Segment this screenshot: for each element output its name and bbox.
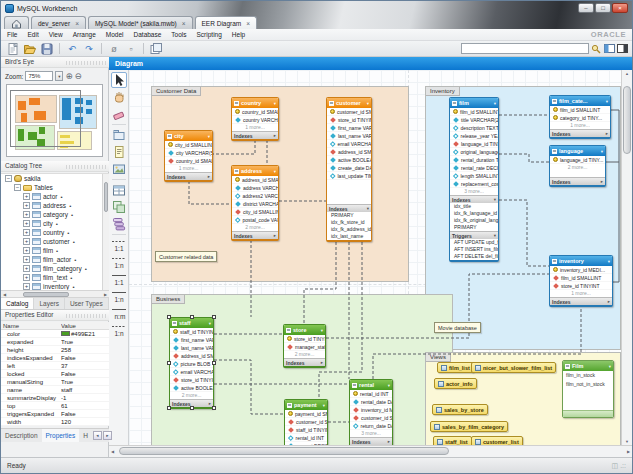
- column-row[interactable]: language_id TINYINT: [450, 140, 498, 148]
- view-customer_list[interactable]: customer_list: [471, 436, 523, 445]
- more-columns-label[interactable]: 2 more...: [170, 392, 213, 399]
- view-sales_by_film_category[interactable]: sales_by_film_category: [430, 421, 508, 432]
- section-arrow-icon[interactable]: ▸: [388, 439, 390, 444]
- vertical-scroll-thumb[interactable]: [623, 86, 631, 154]
- property-row[interactable]: expandedTrue: [1, 338, 109, 346]
- column-row[interactable]: district VARCHAR(20): [232, 200, 278, 208]
- collapse-arrow-icon[interactable]: ▾: [274, 101, 276, 106]
- property-row[interactable]: lockedFalse: [1, 370, 109, 378]
- column-row[interactable]: customer_id SMALL...: [327, 108, 371, 116]
- section-arrow-icon[interactable]: ▸: [274, 133, 276, 138]
- tree-item-actor[interactable]: +actor•: [1, 192, 109, 201]
- menu-view[interactable]: View: [49, 31, 63, 38]
- collapse-arrow-icon[interactable]: ▾: [209, 321, 211, 326]
- collapse-expander-icon[interactable]: −: [14, 184, 21, 191]
- panel-tab-catalog[interactable]: Catalog: [1, 298, 34, 309]
- property-row[interactable]: left37: [1, 362, 109, 370]
- section-arrow-icon[interactable]: ▾: [367, 206, 369, 211]
- expand-icon[interactable]: +: [23, 274, 30, 281]
- property-row[interactable]: color#499E21: [1, 330, 109, 338]
- table-header[interactable]: language▾: [550, 146, 605, 156]
- column-row[interactable]: language_id TINY...: [550, 156, 605, 164]
- tab-close-icon[interactable]: ×: [180, 20, 186, 27]
- toggle-output-icon[interactable]: [616, 43, 628, 54]
- column-row[interactable]: last_name VARCHA...: [327, 132, 371, 140]
- table-rental[interactable]: rental▾rental_id INTrental_date DATE...i…: [349, 379, 393, 445]
- menu-model[interactable]: Model: [106, 31, 124, 38]
- table-header[interactable]: staff▾: [170, 318, 213, 328]
- table-customer[interactable]: customer▾customer_id SMALL...store_id TI…: [326, 97, 372, 242]
- table-header[interactable]: payment▾: [285, 400, 327, 410]
- column-row[interactable]: length SMALLINT: [450, 172, 498, 180]
- column-row[interactable]: category_id TINY...: [550, 114, 610, 122]
- tab-MySQL Model* (sakila.mwb)[interactable]: MySQL Model* (sakila.mwb)×: [88, 16, 193, 29]
- section-bar-indexes[interactable]: Indexes▾: [450, 195, 498, 203]
- column-row[interactable]: last_update TIMEST...: [327, 172, 371, 180]
- menu-database[interactable]: Database: [134, 31, 162, 38]
- table-header[interactable]: inventory▾: [550, 256, 612, 266]
- table-city[interactable]: city▾city_id SMALLINTcity VARCHAR(50)cou…: [164, 130, 213, 182]
- column-row[interactable]: city_id SMALLINT: [165, 141, 212, 149]
- property-row[interactable]: height258: [1, 346, 109, 354]
- tree-item-film_category[interactable]: +film_category•: [1, 264, 109, 273]
- column-row[interactable]: last_name VARCH...: [170, 344, 213, 352]
- image-tool[interactable]: [111, 161, 127, 177]
- new-diagram-button[interactable]: [148, 42, 164, 56]
- section-row[interactable]: AFT UPDATE upd_film: [450, 239, 498, 246]
- expand-icon[interactable]: +: [23, 256, 30, 263]
- tab-scroll-left-icon[interactable]: ◂: [93, 431, 102, 440]
- table-film[interactable]: film▾film_id SMALLINTtitle VARCHAR(255)d…: [449, 97, 499, 262]
- property-row[interactable]: summarizeDisplay-1: [1, 394, 109, 402]
- collapse-arrow-icon[interactable]: ▾: [274, 169, 276, 174]
- tree-item-schema[interactable]: −sakila: [1, 174, 109, 183]
- table-payment[interactable]: payment▾payment_id SMAL...customer_id SM…: [284, 399, 328, 445]
- section-arrow-icon[interactable]: ▸: [601, 179, 603, 184]
- table-header[interactable]: country▾: [232, 98, 278, 108]
- panel-tab-layers[interactable]: Layers: [34, 298, 65, 309]
- menu-scripting[interactable]: Scripting: [197, 31, 222, 38]
- zoom-in-icon[interactable]: ⊕: [65, 72, 72, 80]
- relationship-tool-1n-1[interactable]: 1:n: [111, 254, 127, 270]
- table-store[interactable]: store▾store_id TINYINTmanager_staff_id..…: [283, 324, 326, 368]
- column-row[interactable]: payment_id SMAL...: [285, 410, 327, 418]
- collapse-arrow-icon[interactable]: ▾: [609, 364, 611, 369]
- view-nicer_but_slower_film_list[interactable]: nicer_but_slower_film_list: [471, 362, 556, 373]
- property-row[interactable]: namestaff: [1, 386, 109, 394]
- menu-arrange[interactable]: Arrange: [73, 31, 96, 38]
- table-header[interactable]: film▾: [450, 98, 498, 108]
- relationship-tool-11-2[interactable]: 1:1: [111, 271, 127, 287]
- column-row[interactable]: rental_date DATE...: [350, 398, 392, 406]
- clear-selection-button[interactable]: ø: [106, 42, 122, 56]
- layer-tool[interactable]: [111, 127, 127, 143]
- property-row[interactable]: manualSizingTrue: [1, 378, 109, 386]
- minimap-viewport[interactable]: [10, 90, 81, 147]
- toggle-grid-button[interactable]: ▫: [123, 42, 139, 56]
- section-row[interactable]: idx_fk_language_id: [450, 210, 498, 217]
- relationship-tool-1n-5[interactable]: 1:n: [111, 322, 127, 338]
- selection-handle[interactable]: [212, 315, 216, 319]
- section-row[interactable]: PRIMARY: [450, 224, 498, 231]
- tab-close-icon[interactable]: ×: [73, 20, 79, 27]
- tree-item-customer[interactable]: +customer•: [1, 237, 109, 246]
- tree-vertical-scrollbar[interactable]: [102, 174, 109, 290]
- tab-scroll-right-icon[interactable]: ▸: [103, 431, 112, 440]
- section-arrow-icon[interactable]: ▾: [494, 197, 496, 202]
- section-row[interactable]: AFT DELETE del_film: [450, 253, 498, 260]
- column-row[interactable]: address2 VARCHAR...: [232, 192, 278, 200]
- routine-row[interactable]: film_in_stock: [563, 371, 613, 380]
- collapse-arrow-icon[interactable]: ▾: [388, 383, 390, 388]
- tree-item-tables-folder[interactable]: −Tables: [1, 183, 109, 192]
- relationship-tool-1n-3[interactable]: 1:n: [111, 288, 127, 304]
- tree-item-address[interactable]: +address•: [1, 201, 109, 210]
- indexes-bar[interactable]: Indexes▸: [284, 358, 325, 366]
- horizontal-scrollbar[interactable]: ◀ ▶: [109, 445, 632, 457]
- tab-close-icon[interactable]: ×: [244, 20, 250, 27]
- table-header[interactable]: store▾: [284, 325, 325, 335]
- expand-icon[interactable]: +: [23, 238, 30, 245]
- column-row[interactable]: first_name VARCHA...: [327, 124, 371, 132]
- panel-tab-user-types[interactable]: User Types: [65, 298, 109, 309]
- note-movie-database[interactable]: Movie database: [434, 322, 481, 333]
- scroll-right-icon[interactable]: ▶: [104, 292, 107, 297]
- resize-grip-icon[interactable]: ◫ .::: [612, 462, 626, 470]
- view-film_list[interactable]: film_list: [437, 362, 474, 373]
